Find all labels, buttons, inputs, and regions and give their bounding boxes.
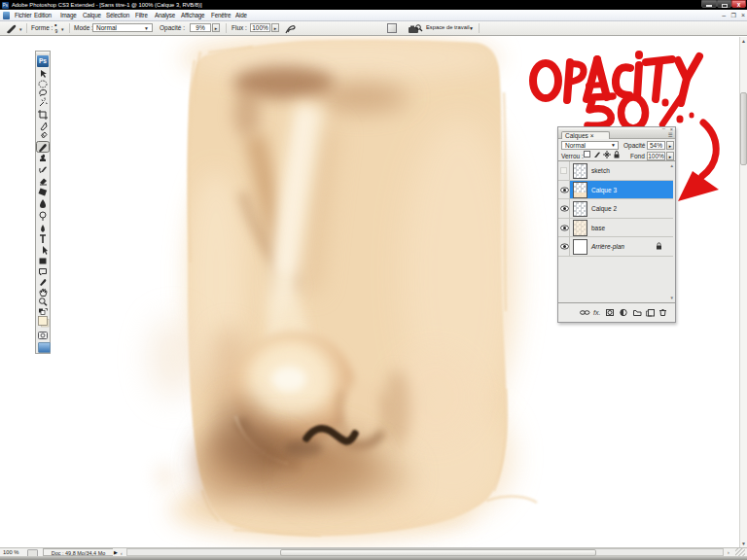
svg-text:fx.: fx. <box>593 309 600 316</box>
